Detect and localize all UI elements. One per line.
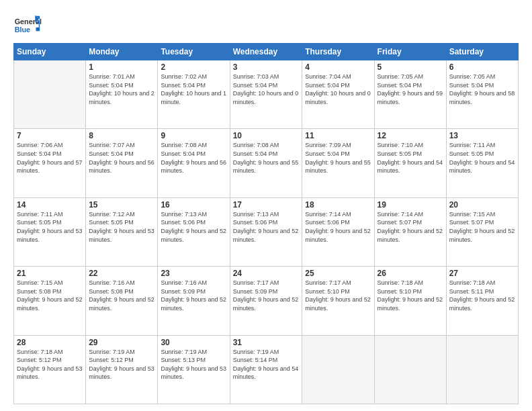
calendar-cell: 6Sunrise: 7:05 AM Sunset: 5:04 PM Daylig… xyxy=(446,60,518,129)
calendar-cell: 28Sunrise: 7:18 AM Sunset: 5:12 PM Dayli… xyxy=(14,335,86,404)
day-info: Sunrise: 7:15 AM Sunset: 5:08 PM Dayligh… xyxy=(17,279,83,312)
calendar-cell: 14Sunrise: 7:11 AM Sunset: 5:05 PM Dayli… xyxy=(14,197,86,266)
day-info: Sunrise: 7:03 AM Sunset: 5:04 PM Dayligh… xyxy=(233,73,300,106)
day-info: Sunrise: 7:18 AM Sunset: 5:11 PM Dayligh… xyxy=(449,279,515,312)
day-info: Sunrise: 7:08 AM Sunset: 5:04 PM Dayligh… xyxy=(233,141,300,175)
logo: General Blue xyxy=(13,13,47,38)
weekday-header-wednesday: Wednesday xyxy=(230,44,302,60)
day-number: 18 xyxy=(305,200,371,210)
calendar-cell: 25Sunrise: 7:17 AM Sunset: 5:10 PM Dayli… xyxy=(302,267,374,335)
calendar-week-2: 7Sunrise: 7:06 AM Sunset: 5:04 PM Daylig… xyxy=(14,129,519,197)
day-number: 16 xyxy=(161,200,226,210)
day-info: Sunrise: 7:09 AM Sunset: 5:04 PM Dayligh… xyxy=(305,141,371,175)
calendar-cell: 4Sunrise: 7:04 AM Sunset: 5:04 PM Daylig… xyxy=(302,60,374,129)
day-info: Sunrise: 7:17 AM Sunset: 5:10 PM Dayligh… xyxy=(305,279,371,312)
calendar-cell xyxy=(302,335,374,404)
day-number: 20 xyxy=(449,200,515,210)
day-info: Sunrise: 7:18 AM Sunset: 5:10 PM Dayligh… xyxy=(378,279,443,312)
page: General Blue SundayMondayTuesdayWednesda… xyxy=(0,0,532,411)
calendar-week-3: 14Sunrise: 7:11 AM Sunset: 5:05 PM Dayli… xyxy=(14,197,519,266)
day-info: Sunrise: 7:04 AM Sunset: 5:04 PM Dayligh… xyxy=(305,73,371,106)
calendar-cell: 7Sunrise: 7:06 AM Sunset: 5:04 PM Daylig… xyxy=(14,129,86,197)
weekday-header-tuesday: Tuesday xyxy=(158,44,230,60)
calendar-cell: 17Sunrise: 7:13 AM Sunset: 5:06 PM Dayli… xyxy=(230,197,302,266)
day-number: 26 xyxy=(378,269,443,278)
day-info: Sunrise: 7:14 AM Sunset: 5:07 PM Dayligh… xyxy=(378,210,443,244)
day-number: 9 xyxy=(161,131,226,140)
calendar-cell: 23Sunrise: 7:16 AM Sunset: 5:09 PM Dayli… xyxy=(158,267,230,335)
calendar-cell: 24Sunrise: 7:17 AM Sunset: 5:09 PM Dayli… xyxy=(230,267,302,335)
day-info: Sunrise: 7:16 AM Sunset: 5:08 PM Dayligh… xyxy=(89,279,154,312)
day-number: 2 xyxy=(161,62,226,72)
calendar-week-1: 1Sunrise: 7:01 AM Sunset: 5:04 PM Daylig… xyxy=(14,60,519,129)
day-info: Sunrise: 7:11 AM Sunset: 5:05 PM Dayligh… xyxy=(17,210,83,244)
calendar-cell xyxy=(374,335,446,404)
day-info: Sunrise: 7:17 AM Sunset: 5:09 PM Dayligh… xyxy=(233,279,300,312)
day-info: Sunrise: 7:19 AM Sunset: 5:14 PM Dayligh… xyxy=(233,348,300,381)
calendar-cell: 15Sunrise: 7:12 AM Sunset: 5:05 PM Dayli… xyxy=(86,197,158,266)
logo-icon: General Blue xyxy=(13,13,47,38)
weekday-header-monday: Monday xyxy=(86,44,158,60)
day-info: Sunrise: 7:10 AM Sunset: 5:05 PM Dayligh… xyxy=(378,141,443,175)
day-number: 11 xyxy=(305,131,371,140)
calendar-cell: 16Sunrise: 7:13 AM Sunset: 5:06 PM Dayli… xyxy=(158,197,230,266)
day-number: 13 xyxy=(449,131,515,140)
day-number: 7 xyxy=(17,131,83,140)
day-number: 31 xyxy=(233,338,300,347)
calendar-cell: 31Sunrise: 7:19 AM Sunset: 5:14 PM Dayli… xyxy=(230,335,302,404)
day-info: Sunrise: 7:19 AM Sunset: 5:12 PM Dayligh… xyxy=(89,348,154,381)
calendar-cell: 20Sunrise: 7:15 AM Sunset: 5:07 PM Dayli… xyxy=(446,197,518,266)
calendar-cell: 13Sunrise: 7:11 AM Sunset: 5:05 PM Dayli… xyxy=(446,129,518,197)
calendar-cell: 29Sunrise: 7:19 AM Sunset: 5:12 PM Dayli… xyxy=(86,335,158,404)
day-number: 3 xyxy=(233,62,300,72)
day-number: 8 xyxy=(89,131,154,140)
day-number: 25 xyxy=(305,269,371,278)
weekday-header-saturday: Saturday xyxy=(446,44,518,60)
day-info: Sunrise: 7:02 AM Sunset: 5:04 PM Dayligh… xyxy=(161,73,226,106)
calendar-week-5: 28Sunrise: 7:18 AM Sunset: 5:12 PM Dayli… xyxy=(14,335,519,404)
calendar-cell: 22Sunrise: 7:16 AM Sunset: 5:08 PM Dayli… xyxy=(86,267,158,335)
calendar-cell: 11Sunrise: 7:09 AM Sunset: 5:04 PM Dayli… xyxy=(302,129,374,197)
day-info: Sunrise: 7:16 AM Sunset: 5:09 PM Dayligh… xyxy=(161,279,226,312)
weekday-header-thursday: Thursday xyxy=(302,44,374,60)
day-number: 24 xyxy=(233,269,300,278)
calendar-cell: 8Sunrise: 7:07 AM Sunset: 5:04 PM Daylig… xyxy=(86,129,158,197)
day-number: 30 xyxy=(161,338,226,347)
day-number: 28 xyxy=(17,338,83,347)
day-number: 22 xyxy=(89,269,154,278)
day-number: 27 xyxy=(449,269,515,278)
calendar-week-4: 21Sunrise: 7:15 AM Sunset: 5:08 PM Dayli… xyxy=(14,267,519,335)
day-number: 4 xyxy=(305,62,371,72)
day-info: Sunrise: 7:06 AM Sunset: 5:04 PM Dayligh… xyxy=(17,141,83,175)
day-info: Sunrise: 7:19 AM Sunset: 5:13 PM Dayligh… xyxy=(161,348,226,381)
weekday-header-sunday: Sunday xyxy=(14,44,86,60)
day-info: Sunrise: 7:07 AM Sunset: 5:04 PM Dayligh… xyxy=(89,141,154,175)
calendar-cell: 27Sunrise: 7:18 AM Sunset: 5:11 PM Dayli… xyxy=(446,267,518,335)
day-number: 19 xyxy=(378,200,443,210)
weekday-header-friday: Friday xyxy=(374,44,446,60)
calendar-cell: 19Sunrise: 7:14 AM Sunset: 5:07 PM Dayli… xyxy=(374,197,446,266)
day-info: Sunrise: 7:05 AM Sunset: 5:04 PM Dayligh… xyxy=(378,73,443,106)
day-info: Sunrise: 7:13 AM Sunset: 5:06 PM Dayligh… xyxy=(233,210,300,244)
calendar-table: SundayMondayTuesdayWednesdayThursdayFrid… xyxy=(13,43,519,404)
day-number: 15 xyxy=(89,200,154,210)
day-info: Sunrise: 7:13 AM Sunset: 5:06 PM Dayligh… xyxy=(161,210,226,244)
day-number: 5 xyxy=(378,62,443,72)
calendar-cell: 18Sunrise: 7:14 AM Sunset: 5:06 PM Dayli… xyxy=(302,197,374,266)
svg-text:Blue: Blue xyxy=(15,26,30,34)
day-number: 14 xyxy=(17,200,83,210)
calendar-cell xyxy=(14,60,86,129)
day-info: Sunrise: 7:01 AM Sunset: 5:04 PM Dayligh… xyxy=(89,73,154,106)
day-info: Sunrise: 7:15 AM Sunset: 5:07 PM Dayligh… xyxy=(449,210,515,244)
calendar-cell: 30Sunrise: 7:19 AM Sunset: 5:13 PM Dayli… xyxy=(158,335,230,404)
day-number: 21 xyxy=(17,269,83,278)
weekday-header-row: SundayMondayTuesdayWednesdayThursdayFrid… xyxy=(14,44,519,60)
calendar-cell: 26Sunrise: 7:18 AM Sunset: 5:10 PM Dayli… xyxy=(374,267,446,335)
day-info: Sunrise: 7:05 AM Sunset: 5:04 PM Dayligh… xyxy=(449,73,515,106)
day-number: 1 xyxy=(89,62,154,72)
day-number: 29 xyxy=(89,338,154,347)
day-number: 6 xyxy=(449,62,515,72)
calendar-cell: 12Sunrise: 7:10 AM Sunset: 5:05 PM Dayli… xyxy=(374,129,446,197)
day-number: 23 xyxy=(161,269,226,278)
day-info: Sunrise: 7:12 AM Sunset: 5:05 PM Dayligh… xyxy=(89,210,154,244)
